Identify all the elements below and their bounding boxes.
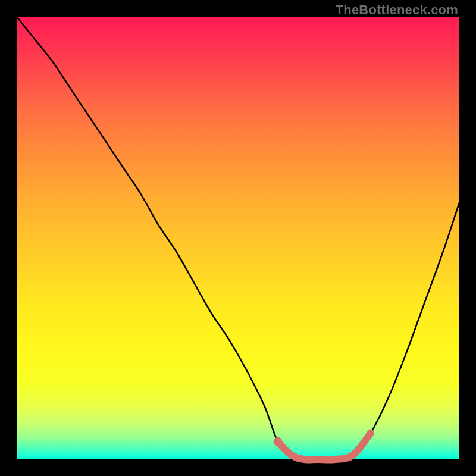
bottleneck-curve xyxy=(17,17,459,460)
watermark-text: TheBottleneck.com xyxy=(336,2,458,18)
chart-svg xyxy=(17,17,459,459)
chart-frame: TheBottleneck.com xyxy=(0,0,476,476)
highlight-start-dot xyxy=(274,437,283,446)
highlight-segment xyxy=(278,433,371,459)
plot-area xyxy=(17,17,459,459)
